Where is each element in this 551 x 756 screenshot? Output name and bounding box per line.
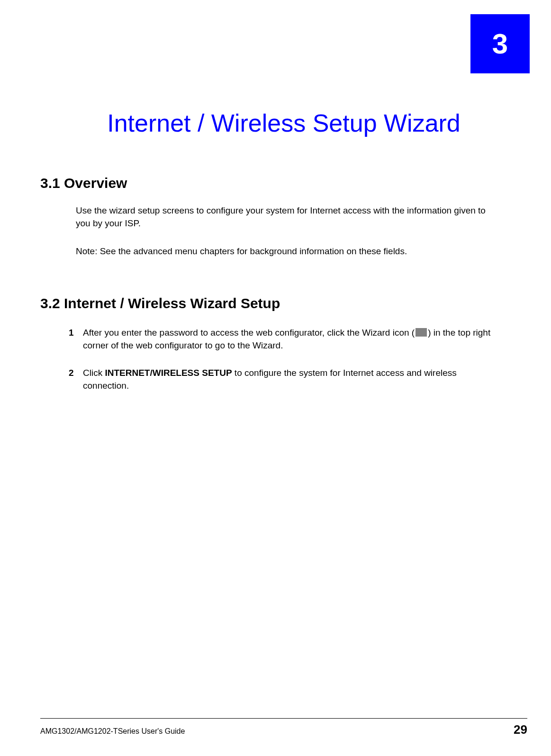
section-3-2-heading: 3.2 Internet / Wireless Wizard Setup bbox=[40, 295, 280, 311]
footer-page-number: 29 bbox=[514, 722, 527, 737]
list-1-before: After you enter the password to access t… bbox=[83, 328, 415, 338]
list-number-2: 2 bbox=[69, 367, 74, 380]
list-text-2: Click INTERNET/WIRELESS SETUP to configu… bbox=[83, 367, 494, 392]
section-3-1-heading: 3.1 Overview bbox=[40, 175, 127, 191]
list-2-bold: INTERNET/WIRELESS SETUP bbox=[105, 368, 232, 378]
chapter-number: 3 bbox=[492, 27, 508, 60]
list-item-1: 1 After you enter the password to access… bbox=[69, 327, 494, 352]
chapter-number-box: 3 bbox=[470, 14, 530, 73]
wizard-icon bbox=[416, 328, 427, 337]
section-3-1-body: Use the wizard setup screens to configur… bbox=[76, 205, 489, 230]
list-number-1: 1 bbox=[69, 327, 74, 339]
footer-guide-name: AMG1302/AMG1202-TSeries User's Guide bbox=[40, 727, 185, 736]
list-item-2: 2 Click INTERNET/WIRELESS SETUP to confi… bbox=[69, 367, 494, 392]
page-footer: AMG1302/AMG1202-TSeries User's Guide 29 bbox=[40, 718, 527, 737]
section-3-1-note: Note: See the advanced menu chapters for… bbox=[76, 246, 489, 257]
chapter-title: Internet / Wireless Setup Wizard bbox=[40, 109, 527, 137]
list-text-1: After you enter the password to access t… bbox=[83, 327, 494, 352]
chapter-label: CHAPTER bbox=[346, 36, 402, 48]
list-2-before: Click bbox=[83, 368, 105, 378]
